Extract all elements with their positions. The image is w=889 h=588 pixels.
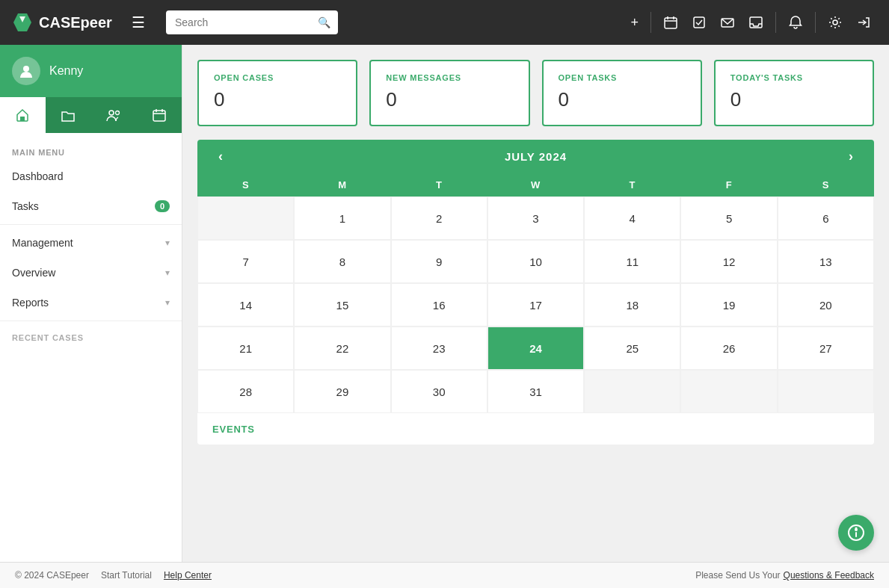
cal-cell-21[interactable]: 21 (197, 327, 294, 370)
stat-today-tasks: TODAY'S TASKS 0 (714, 60, 874, 126)
svg-rect-2 (665, 18, 677, 28)
cal-cell-2[interactable]: 2 (391, 196, 487, 240)
sidebar-item-reports[interactable]: Reports ▾ (0, 288, 182, 318)
open-cases-value: 0 (214, 88, 341, 111)
today-tasks-value: 0 (730, 88, 858, 111)
divider-3 (815, 12, 816, 33)
sidebar-item-dashboard[interactable]: Dashboard (0, 161, 182, 191)
cal-cell-4[interactable]: 4 (584, 196, 680, 240)
svg-point-13 (109, 111, 114, 115)
logo[interactable]: CASEpeer (12, 12, 117, 33)
cal-cell-7[interactable]: 7 (197, 240, 294, 283)
add-button[interactable]: + (624, 10, 645, 35)
sidebar-icon-row (0, 97, 182, 133)
sidebar-item-tasks[interactable]: Tasks 0 (0, 191, 182, 221)
new-messages-value: 0 (386, 88, 513, 111)
cal-cell-empty-1 (197, 196, 294, 240)
sidebar-folder-icon[interactable] (46, 97, 91, 133)
sidebar-item-management[interactable]: Management ▾ (0, 228, 182, 258)
calendar-grid: 1 2 3 4 5 6 7 8 9 10 11 12 13 14 15 16 1… (197, 196, 874, 413)
sidebar-people-icon[interactable] (91, 97, 137, 133)
cal-cell-14[interactable]: 14 (197, 283, 294, 327)
divider-management (0, 224, 182, 225)
prev-month-button[interactable]: ‹ (212, 149, 229, 164)
cal-cell-8[interactable]: 8 (294, 240, 390, 283)
tasks-icon[interactable] (686, 10, 713, 34)
nav-actions: + (624, 10, 877, 35)
calendar-icon[interactable] (657, 10, 684, 34)
cal-cell-1[interactable]: 1 (294, 196, 390, 240)
weekday-wed: W (487, 173, 584, 196)
svg-point-21 (855, 527, 858, 530)
cal-cell-6[interactable]: 6 (778, 196, 874, 240)
mail-icon[interactable] (714, 10, 741, 34)
chevron-down-icon: ▾ (165, 238, 170, 248)
stats-row: OPEN CASES 0 NEW MESSAGES 0 OPEN TASKS 0… (197, 60, 874, 126)
search-container: 🔍 (166, 10, 338, 34)
sidebar-home-icon[interactable] (0, 97, 46, 133)
new-messages-label: NEW MESSAGES (386, 73, 513, 82)
cal-cell-empty-4 (778, 370, 874, 413)
divider-1 (650, 12, 651, 33)
sidebar-nav: MAIN MENU Dashboard Tasks 0 Management ▾ (0, 133, 182, 562)
logout-icon[interactable] (850, 10, 877, 34)
cal-cell-15[interactable]: 15 (294, 283, 390, 327)
copyright: © 2024 CASEpeer (15, 570, 89, 581)
chevron-down-icon-2: ▾ (165, 267, 170, 278)
help-center-link[interactable]: Help Center (164, 570, 212, 581)
cal-cell-16[interactable]: 16 (391, 283, 487, 327)
cal-cell-5[interactable]: 5 (680, 196, 777, 240)
cal-cell-28[interactable]: 28 (197, 370, 294, 413)
calendar-events: EVENTS (197, 413, 874, 445)
cal-cell-20[interactable]: 20 (778, 283, 874, 327)
cal-cell-29[interactable]: 29 (294, 370, 390, 413)
hamburger-icon[interactable]: ☰ (126, 10, 151, 34)
tutorial-link[interactable]: Start Tutorial (101, 570, 152, 581)
cal-cell-22[interactable]: 22 (294, 327, 390, 370)
cal-cell-18[interactable]: 18 (584, 283, 680, 327)
feedback-link[interactable]: Questions & Feedback (784, 570, 874, 581)
open-tasks-value: 0 (559, 88, 686, 111)
sidebar-calendar-icon[interactable] (136, 97, 182, 133)
username: Kenny (49, 64, 83, 78)
settings-icon[interactable] (822, 10, 849, 34)
cal-cell-30[interactable]: 30 (391, 370, 487, 413)
svg-point-14 (115, 111, 119, 115)
main-content: OPEN CASES 0 NEW MESSAGES 0 OPEN TASKS 0… (182, 45, 889, 562)
svg-point-11 (23, 66, 29, 72)
search-input[interactable] (166, 10, 338, 34)
weekday-thu: T (584, 173, 680, 196)
cal-cell-10[interactable]: 10 (487, 240, 584, 283)
cal-cell-12[interactable]: 12 (680, 240, 777, 283)
recent-cases-label: RECENT CASES (0, 324, 182, 347)
cal-cell-19[interactable]: 19 (680, 283, 777, 327)
cal-cell-31[interactable]: 31 (487, 370, 584, 413)
help-float-button[interactable] (838, 515, 874, 551)
cal-cell-11[interactable]: 11 (584, 240, 680, 283)
main-layout: Kenny MAIN MENU Dashboard (0, 45, 889, 562)
cal-cell-24-today[interactable]: 24 (487, 327, 584, 370)
today-tasks-label: TODAY'S TASKS (730, 73, 858, 82)
calendar-weekdays: S M T W T F S (197, 173, 874, 196)
main-menu-label: MAIN MENU (0, 139, 182, 161)
avatar (12, 57, 40, 85)
weekday-mon: M (294, 173, 390, 196)
cal-cell-17[interactable]: 17 (487, 283, 584, 327)
next-month-button[interactable]: › (843, 149, 859, 164)
cal-cell-23[interactable]: 23 (391, 327, 487, 370)
stat-open-tasks: OPEN TASKS 0 (542, 60, 702, 126)
cal-cell-9[interactable]: 9 (391, 240, 487, 283)
chevron-down-icon-3: ▾ (165, 297, 170, 308)
bell-icon[interactable] (782, 10, 809, 34)
cal-cell-27[interactable]: 27 (778, 327, 874, 370)
cal-cell-25[interactable]: 25 (584, 327, 680, 370)
cal-cell-13[interactable]: 13 (778, 240, 874, 283)
logo-text: CASEpeer (39, 14, 112, 31)
cal-cell-26[interactable]: 26 (680, 327, 777, 370)
top-navigation: CASEpeer ☰ 🔍 + (0, 0, 889, 45)
divider-2 (775, 12, 776, 33)
sidebar-item-overview[interactable]: Overview ▾ (0, 258, 182, 288)
cal-cell-3[interactable]: 3 (487, 196, 584, 240)
inbox-icon[interactable] (742, 10, 769, 34)
divider-recent (0, 321, 182, 321)
